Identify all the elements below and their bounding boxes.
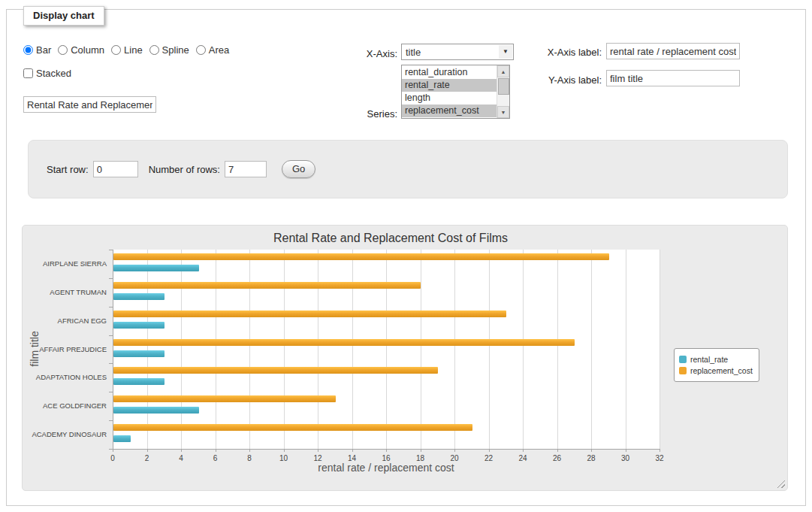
chart-gridline: [386, 250, 387, 449]
chart-title-input[interactable]: [23, 96, 156, 113]
chart-gridline: [284, 250, 285, 449]
column-radio-label: Column: [71, 44, 104, 56]
x-axis-select[interactable]: title ▼: [401, 44, 514, 60]
bar-replacement_cost[interactable]: [113, 253, 609, 260]
chart-gridline: [421, 250, 421, 449]
chart-y-axis-title: film title: [29, 250, 41, 449]
x-tick-mark: [660, 449, 660, 452]
bar-rental_rate[interactable]: [113, 322, 165, 329]
listbox-scrollbar[interactable]: ▲ ▼: [497, 65, 509, 118]
chart-type-radio-group: Bar Column Line Spline Area: [23, 44, 236, 56]
chart-canvas: 02468101214161820222426283032AIRPLANE SI…: [23, 226, 787, 490]
series-listbox-label: Series:: [322, 108, 397, 120]
area-radio[interactable]: [196, 45, 206, 55]
series-option-replacement-cost[interactable]: replacement_cost: [402, 105, 497, 117]
chart-gridline: [216, 250, 216, 449]
x-axis-select-value: title: [406, 47, 421, 58]
column-radio[interactable]: [58, 45, 68, 55]
chart-gridline: [591, 250, 592, 449]
stacked-option[interactable]: Stacked: [23, 68, 71, 79]
num-rows-input[interactable]: [225, 161, 267, 177]
stacked-label: Stacked: [36, 68, 71, 79]
x-axis-label-caption: X-Axis label:: [512, 47, 602, 58]
chart-gridline: [454, 250, 455, 449]
series-listbox[interactable]: rental_duration rental_rate length repla…: [401, 65, 510, 119]
spline-radio[interactable]: [149, 45, 159, 55]
bar-replacement_cost[interactable]: [113, 367, 438, 374]
chart-type-option-bar[interactable]: Bar: [23, 44, 51, 56]
chart-gridline: [626, 250, 626, 449]
chart-legend: rental_rate replacement_cost: [674, 348, 759, 382]
x-axis-label-input[interactable]: [606, 43, 740, 59]
series-option-length[interactable]: length: [402, 92, 497, 105]
y-axis-line: [113, 250, 113, 450]
bar-replacement_cost[interactable]: [113, 339, 575, 346]
legend-item-replacement-cost[interactable]: replacement_cost: [679, 366, 753, 375]
area-radio-label: Area: [209, 44, 229, 56]
y-axis-label-caption: Y-Axis label:: [512, 74, 602, 86]
bar-rental_rate[interactable]: [113, 350, 165, 357]
chart-x-axis-title: rental rate / replacement cost: [113, 462, 660, 474]
chart-gridline: [318, 250, 318, 449]
y-axis-label-input[interactable]: [606, 70, 740, 86]
bar-replacement_cost[interactable]: [113, 311, 506, 317]
bar-rental_rate[interactable]: [113, 435, 131, 442]
chart-type-option-spline[interactable]: Spline: [149, 44, 189, 56]
bar-rental_rate[interactable]: [113, 265, 199, 271]
chart-gridline: [557, 250, 558, 449]
line-radio-label: Line: [124, 44, 143, 56]
scroll-down-icon[interactable]: ▼: [497, 106, 509, 118]
chart-gridline: [352, 250, 353, 449]
legend-item-rental-rate[interactable]: rental_rate: [679, 355, 753, 364]
chart-type-option-area[interactable]: Area: [196, 44, 229, 56]
panel-title: Display chart: [23, 6, 104, 26]
x-axis-select-label: X-Axis:: [322, 48, 397, 59]
bar-rental_rate[interactable]: [113, 407, 199, 414]
chart-gridline: [489, 250, 490, 449]
line-radio[interactable]: [111, 45, 121, 55]
chart-gridline: [660, 250, 660, 449]
bar-rental_rate[interactable]: [113, 293, 165, 300]
chart-gridline: [523, 250, 524, 449]
series-option-rental-rate[interactable]: rental_rate: [402, 79, 497, 92]
chart-gridline: [249, 250, 250, 449]
legend-label-rental-rate: rental_rate: [690, 355, 728, 364]
legend-label-replacement-cost: replacement_cost: [690, 366, 753, 375]
spline-radio-label: Spline: [162, 44, 189, 56]
rental-rate-swatch-icon: [679, 356, 687, 363]
bar-radio-label: Bar: [36, 44, 51, 56]
chart-type-option-line[interactable]: Line: [111, 44, 143, 56]
chart-type-option-column[interactable]: Column: [58, 44, 104, 56]
num-rows-label: Number of rows:: [149, 164, 220, 175]
bar-radio[interactable]: [23, 45, 33, 55]
bar-rental_rate[interactable]: [113, 378, 165, 385]
scroll-up-icon[interactable]: ▲: [497, 65, 509, 77]
scrollbar-thumb[interactable]: [498, 78, 509, 95]
x-axis-line: [113, 449, 660, 450]
bar-replacement_cost[interactable]: [113, 282, 421, 289]
chart-gridline: [181, 250, 182, 449]
stacked-checkbox[interactable]: [23, 68, 33, 78]
row-range-panel: Start row: Number of rows: Go: [28, 140, 788, 198]
chart-gridline: [147, 250, 148, 449]
chart-container: Rental Rate and Replacement Cost of Film…: [22, 225, 788, 491]
start-row-input[interactable]: [93, 161, 138, 177]
display-chart-panel: Display chart Bar Column Line Spline Are…: [6, 9, 806, 506]
bar-replacement_cost[interactable]: [113, 424, 472, 431]
series-options: rental_duration rental_rate length repla…: [402, 66, 497, 118]
dropdown-arrow-icon: ▼: [499, 45, 512, 59]
start-row-label: Start row:: [47, 164, 89, 175]
bar-replacement_cost[interactable]: [113, 395, 336, 402]
replacement-cost-swatch-icon: [679, 367, 687, 374]
series-option-rental-duration[interactable]: rental_duration: [402, 66, 497, 79]
go-button[interactable]: Go: [282, 160, 315, 178]
